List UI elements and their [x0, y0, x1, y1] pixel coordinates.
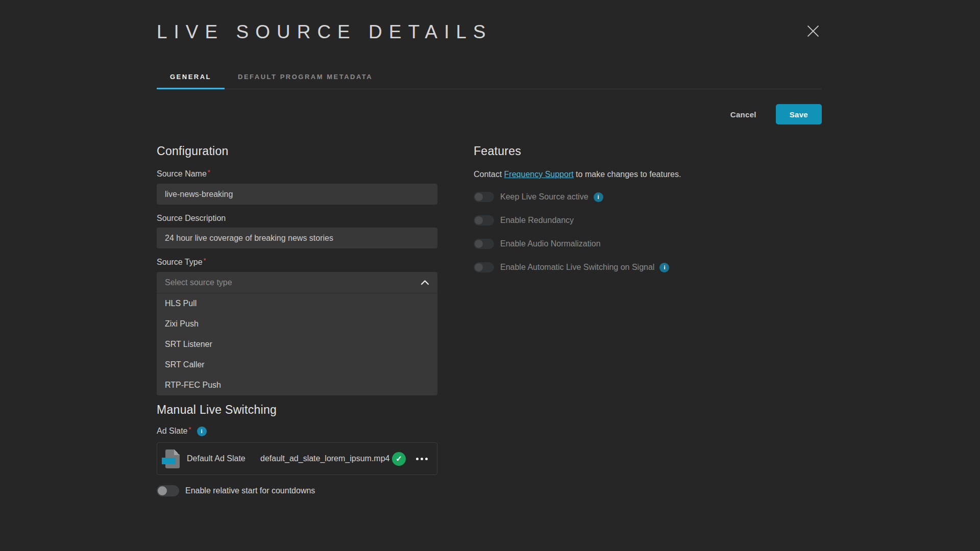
frequency-support-link[interactable]: Frequency Support: [504, 170, 574, 179]
feature-row-enable-audio-normalization: Enable Audio Normalization: [474, 238, 851, 249]
ad-slate-card: Default Ad Slate default_ad_slate_lorem_…: [157, 442, 437, 475]
video-file-icon-fold: [174, 449, 180, 455]
enable-automatic-live-switching-toggle: [474, 262, 494, 272]
feature-row-enable-automatic-live-switching: Enable Automatic Live Switching on Signa…: [474, 262, 851, 273]
contact-suffix: to make changes to features.: [574, 170, 681, 179]
toggle-knob: [158, 486, 167, 495]
features-heading: Features: [474, 144, 851, 158]
toggle-knob: [475, 263, 483, 271]
enable-redundancy-toggle: [474, 215, 494, 226]
info-icon[interactable]: i: [197, 427, 207, 436]
toggle-knob: [475, 240, 483, 248]
source-name-label-text: Source Name: [157, 169, 207, 178]
feature-row-enable-redundancy: Enable Redundancy: [474, 215, 851, 226]
ellipsis-dot: [416, 458, 419, 460]
required-asterisk: *: [188, 425, 191, 433]
source-type-dropdown: Select source type HLS Pull Zixi Push SR…: [157, 272, 437, 395]
ellipsis-menu-icon[interactable]: [415, 455, 429, 463]
tab-general-label: GENERAL: [170, 73, 211, 81]
source-description-label-text: Source Description: [157, 214, 226, 222]
video-file-icon: [165, 449, 180, 468]
info-icon[interactable]: i: [659, 263, 669, 272]
toggle-knob: [475, 193, 483, 201]
tab-default-program-metadata-label: DEFAULT PROGRAM METADATA: [238, 73, 373, 81]
toggle-knob: [475, 216, 483, 224]
info-icon[interactable]: i: [594, 192, 603, 202]
countdown-toggle-row: Enable relative start for countdowns: [157, 485, 437, 496]
manual-live-switching-heading: Manual Live Switching: [157, 403, 437, 417]
source-name-input[interactable]: [157, 184, 437, 205]
tab-general[interactable]: GENERAL: [157, 65, 225, 89]
ad-slate-label-row: Ad Slate* i: [157, 426, 437, 436]
chevron-up-icon: [421, 280, 429, 285]
ad-slate-label: Ad Slate*: [157, 426, 191, 436]
live-source-details-modal: LIVE SOURCE DETAILS GENERAL DEFAULT PROG…: [0, 0, 980, 551]
ad-slate-label-text: Ad Slate: [157, 427, 187, 435]
check-circle-icon: ✓: [392, 452, 406, 466]
countdown-toggle-label: Enable relative start for countdowns: [185, 486, 315, 495]
action-buttons: Cancel Save: [730, 104, 822, 124]
required-asterisk: *: [204, 257, 206, 264]
configuration-column: Configuration Source Name* Source Descri…: [157, 144, 437, 496]
contact-prefix: Contact: [474, 170, 504, 179]
video-file-icon-band: [162, 458, 176, 464]
feature-label: Enable Audio Normalization: [500, 239, 601, 248]
feature-label: Enable Redundancy: [500, 216, 574, 225]
ad-slate-filename: default_ad_slate_lorem_ipsum.mp4: [260, 454, 392, 463]
page-title: LIVE SOURCE DETAILS: [157, 21, 493, 43]
source-name-label: Source Name*: [157, 169, 437, 179]
source-type-option-zixi-push[interactable]: Zixi Push: [157, 314, 437, 334]
source-type-select[interactable]: Select source type: [157, 272, 437, 293]
tab-bar: GENERAL DEFAULT PROGRAM METADATA: [157, 65, 822, 89]
source-description-label: Source Description: [157, 213, 437, 223]
feature-row-keep-live-source-active: Keep Live Source active i: [474, 191, 851, 203]
configuration-heading: Configuration: [157, 144, 437, 158]
countdown-toggle[interactable]: [157, 485, 179, 496]
ad-slate-name: Default Ad Slate: [187, 454, 260, 463]
source-type-label-text: Source Type: [157, 258, 203, 266]
source-type-option-hls-pull[interactable]: HLS Pull: [157, 293, 437, 314]
source-type-option-srt-listener[interactable]: SRT Listener: [157, 334, 437, 355]
feature-label: Keep Live Source active: [500, 192, 589, 202]
source-type-option-srt-caller[interactable]: SRT Caller: [157, 355, 437, 375]
keep-live-source-active-toggle: [474, 192, 494, 202]
ellipsis-dot: [421, 458, 423, 460]
required-asterisk: *: [208, 168, 210, 176]
tab-default-program-metadata[interactable]: DEFAULT PROGRAM METADATA: [225, 65, 386, 89]
cancel-button[interactable]: Cancel: [730, 110, 756, 119]
feature-label: Enable Automatic Live Switching on Signa…: [500, 263, 654, 272]
source-type-placeholder: Select source type: [165, 278, 232, 287]
source-type-option-rtp-fec-push[interactable]: RTP-FEC Push: [157, 375, 437, 395]
source-description-input[interactable]: [157, 228, 437, 248]
feature-toggle-list: Keep Live Source active i Enable Redunda…: [474, 191, 851, 273]
enable-audio-normalization-toggle: [474, 239, 494, 249]
save-button[interactable]: Save: [776, 104, 822, 124]
source-type-label: Source Type*: [157, 257, 437, 267]
features-column: Features Contact Frequency Support to ma…: [474, 144, 851, 285]
features-contact-line: Contact Frequency Support to make change…: [474, 169, 851, 180]
ellipsis-dot: [425, 458, 428, 460]
close-icon[interactable]: [804, 22, 822, 40]
